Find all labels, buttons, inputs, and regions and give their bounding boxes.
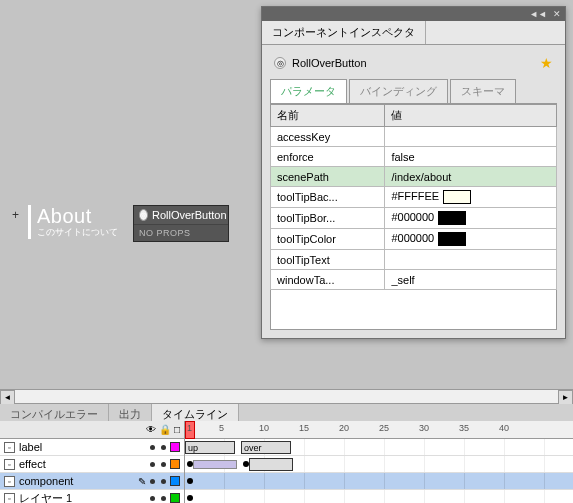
timeline-ruler[interactable]: 1510152025303540 (185, 421, 573, 439)
param-value[interactable]: #000000 (385, 208, 557, 229)
about-title: About (37, 205, 118, 228)
table-row[interactable]: toolTipColor#000000 (271, 229, 557, 250)
table-row[interactable]: windowTa..._self (271, 270, 557, 290)
layer-color-swatch[interactable] (170, 476, 180, 486)
layer-type-icon: ▫ (4, 493, 15, 504)
visibility-dot[interactable] (150, 479, 155, 484)
table-row[interactable]: scenePath/index/about (271, 167, 557, 187)
table-row[interactable]: toolTipText (271, 250, 557, 270)
stage-scrollbar-horizontal[interactable]: ◄ ► (0, 389, 573, 404)
about-subtitle: このサイトについて (37, 226, 118, 239)
layer-name-label: component (19, 475, 134, 487)
layer-row[interactable]: ▫ レイヤー 1 (0, 490, 184, 503)
color-swatch[interactable] (438, 211, 466, 225)
component-name: RollOverButton (292, 57, 367, 69)
table-row[interactable]: accessKey (271, 127, 557, 147)
motion-tween[interactable] (193, 460, 237, 469)
visibility-dot[interactable] (150, 462, 155, 467)
parameter-table: 名前 値 accessKeyenforcefalsescenePath/inde… (270, 104, 557, 290)
outline-icon[interactable]: □ (174, 424, 180, 435)
layer-color-swatch[interactable] (170, 459, 180, 469)
keyframe-icon[interactable] (187, 495, 193, 501)
visibility-icon[interactable]: 👁 (146, 424, 156, 435)
ruler-tick: 35 (459, 423, 469, 433)
param-name: toolTipBor... (271, 208, 385, 229)
tab-parameters[interactable]: パラメータ (270, 79, 347, 103)
frame-area: 1510152025303540 up over (185, 421, 573, 503)
layer-type-icon: ▫ (4, 476, 15, 487)
panel-close-icon[interactable]: ✕ (553, 9, 561, 19)
lock-dot[interactable] (161, 445, 166, 450)
layer-color-swatch[interactable] (170, 442, 180, 452)
panel-tab-inspector[interactable]: コンポーネントインスペクタ (262, 21, 426, 44)
visibility-dot[interactable] (150, 445, 155, 450)
table-row[interactable]: enforcefalse (271, 147, 557, 167)
param-name: toolTipBac... (271, 187, 385, 208)
param-name: scenePath (271, 167, 385, 187)
table-row[interactable]: toolTipBac...#FFFFEE (271, 187, 557, 208)
color-swatch[interactable] (443, 190, 471, 204)
visibility-dot[interactable] (150, 496, 155, 501)
layer-color-swatch[interactable] (170, 493, 180, 503)
ruler-tick: 5 (219, 423, 224, 433)
param-name: toolTipColor (271, 229, 385, 250)
ruler-tick: 1 (187, 423, 192, 433)
frame-row[interactable] (185, 456, 573, 473)
component-icon: ◎ (139, 209, 148, 221)
lock-dot[interactable] (161, 462, 166, 467)
ruler-tick: 20 (339, 423, 349, 433)
pencil-icon: ✎ (138, 476, 146, 487)
scroll-left-icon[interactable]: ◄ (0, 390, 15, 405)
ruler-tick: 15 (299, 423, 309, 433)
keyframe-label[interactable]: over (241, 441, 291, 454)
layer-name-label: label (19, 441, 146, 453)
ruler-tick: 10 (259, 423, 269, 433)
param-value[interactable]: _self (385, 270, 557, 290)
scroll-right-icon[interactable]: ► (558, 390, 573, 405)
color-swatch[interactable] (438, 232, 466, 246)
frame-row[interactable] (185, 490, 573, 503)
layer-row[interactable]: ▫ component ✎ (0, 473, 184, 490)
instance-props-label: NO PROPS (134, 225, 228, 241)
panel-titlebar[interactable]: ◄◄ ✕ (262, 7, 565, 21)
param-name: accessKey (271, 127, 385, 147)
lock-icon[interactable]: 🔒 (159, 424, 171, 435)
frame-span[interactable] (249, 458, 293, 471)
param-value[interactable]: /index/about (385, 167, 557, 187)
layer-header: 👁 🔒 □ (0, 421, 184, 439)
param-value[interactable] (385, 250, 557, 270)
table-row[interactable]: toolTipBor...#000000 (271, 208, 557, 229)
layer-name-label: effect (19, 458, 146, 470)
col-header-value[interactable]: 値 (385, 105, 557, 127)
col-header-name[interactable]: 名前 (271, 105, 385, 127)
layer-type-icon: ▫ (4, 459, 15, 470)
tab-schema[interactable]: スキーマ (450, 79, 516, 103)
ruler-tick: 30 (419, 423, 429, 433)
timeline-panel: 👁 🔒 □ ▫ label ▫ effect ▫ component ✎ ▫ レ… (0, 421, 573, 503)
layer-name-label: レイヤー 1 (19, 491, 146, 504)
ruler-tick: 40 (499, 423, 509, 433)
lock-dot[interactable] (161, 479, 166, 484)
frame-row[interactable] (185, 473, 573, 490)
param-value[interactable]: #FFFFEE (385, 187, 557, 208)
layer-row[interactable]: ▫ label (0, 439, 184, 456)
layer-list: 👁 🔒 □ ▫ label ▫ effect ▫ component ✎ ▫ レ… (0, 421, 185, 503)
star-icon[interactable]: ★ (540, 55, 553, 71)
lock-dot[interactable] (161, 496, 166, 501)
component-inspector-panel: ◄◄ ✕ コンポーネントインスペクタ ◎ RollOverButton ★ パラ… (261, 6, 566, 339)
frame-row[interactable]: up over (185, 439, 573, 456)
about-text-block: About このサイトについて (28, 205, 118, 239)
param-value[interactable] (385, 127, 557, 147)
panel-collapse-icon[interactable]: ◄◄ (529, 9, 547, 19)
param-value[interactable]: #000000 (385, 229, 557, 250)
keyframe-label[interactable]: up (185, 441, 235, 454)
param-name: toolTipText (271, 250, 385, 270)
instance-label: RollOverButton (152, 209, 227, 221)
ruler-tick: 25 (379, 423, 389, 433)
keyframe-icon[interactable] (187, 478, 193, 484)
component-instance[interactable]: ◎ RollOverButton NO PROPS (133, 205, 229, 242)
tab-bindings[interactable]: バインディング (349, 79, 448, 103)
scroll-track[interactable] (15, 390, 558, 403)
layer-row[interactable]: ▫ effect (0, 456, 184, 473)
param-value[interactable]: false (385, 147, 557, 167)
